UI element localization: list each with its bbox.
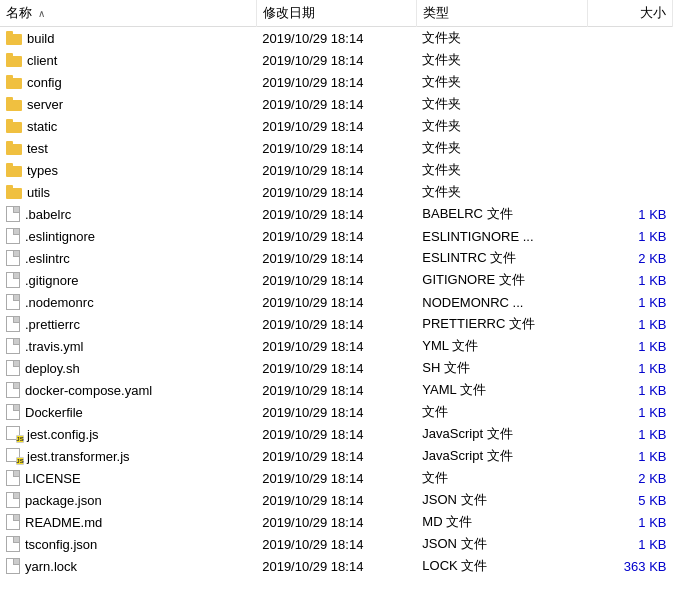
file-icon — [6, 250, 20, 266]
col-header-size[interactable]: 大小 — [587, 0, 672, 27]
file-name-cell: .travis.yml — [0, 335, 256, 357]
table-row[interactable]: build2019/10/29 18:14文件夹 — [0, 27, 673, 50]
file-type-cell: GITIGNORE 文件 — [416, 269, 587, 291]
col-header-name[interactable]: 名称 ∧ — [0, 0, 256, 27]
table-row[interactable]: utils2019/10/29 18:14文件夹 — [0, 181, 673, 203]
file-type-cell: BABELRC 文件 — [416, 203, 587, 225]
file-name-cell: .eslintrc — [0, 247, 256, 269]
file-date-cell: 2019/10/29 18:14 — [256, 203, 416, 225]
file-size-cell — [587, 93, 672, 115]
table-row[interactable]: .prettierrc2019/10/29 18:14PRETTIERRC 文件… — [0, 313, 673, 335]
file-size-cell — [587, 159, 672, 181]
file-name-cell: LICENSE — [0, 467, 256, 489]
table-row[interactable]: config2019/10/29 18:14文件夹 — [0, 71, 673, 93]
file-name-text: tsconfig.json — [25, 537, 97, 552]
file-icon — [6, 514, 20, 530]
file-type-cell: NODEMONRC ... — [416, 291, 587, 313]
file-name-cell: config — [0, 71, 256, 93]
file-date-cell: 2019/10/29 18:14 — [256, 159, 416, 181]
file-date-cell: 2019/10/29 18:14 — [256, 225, 416, 247]
file-size-cell — [587, 49, 672, 71]
file-size-cell: 1 KB — [587, 335, 672, 357]
file-type-cell: PRETTIERRC 文件 — [416, 313, 587, 335]
file-name-text: Dockerfile — [25, 405, 83, 420]
file-date-cell: 2019/10/29 18:14 — [256, 489, 416, 511]
table-row[interactable]: static2019/10/29 18:14文件夹 — [0, 115, 673, 137]
table-row[interactable]: README.md2019/10/29 18:14MD 文件1 KB — [0, 511, 673, 533]
table-row[interactable]: LICENSE2019/10/29 18:14文件2 KB — [0, 467, 673, 489]
table-row[interactable]: .babelrc2019/10/29 18:14BABELRC 文件1 KB — [0, 203, 673, 225]
file-size-cell: 1 KB — [587, 291, 672, 313]
file-size-cell — [587, 137, 672, 159]
table-row[interactable]: client2019/10/29 18:14文件夹 — [0, 49, 673, 71]
col-size-label: 大小 — [640, 5, 666, 20]
file-name-text: LICENSE — [25, 471, 81, 486]
file-date-cell: 2019/10/29 18:14 — [256, 181, 416, 203]
file-name-cell: JSjest.config.js — [0, 423, 256, 445]
file-size-cell: 1 KB — [587, 357, 672, 379]
file-name-text: .nodemonrc — [25, 295, 94, 310]
file-name-cell: yarn.lock — [0, 555, 256, 577]
table-row[interactable]: package.json2019/10/29 18:14JSON 文件5 KB — [0, 489, 673, 511]
file-type-cell: 文件夹 — [416, 27, 587, 50]
file-type-cell: ESLINTRC 文件 — [416, 247, 587, 269]
file-icon — [6, 360, 20, 376]
table-row[interactable]: docker-compose.yaml2019/10/29 18:14YAML … — [0, 379, 673, 401]
file-name-cell: deploy.sh — [0, 357, 256, 379]
table-row[interactable]: Dockerfile2019/10/29 18:14文件1 KB — [0, 401, 673, 423]
file-type-cell: 文件夹 — [416, 159, 587, 181]
file-name-cell: Dockerfile — [0, 401, 256, 423]
file-icon — [6, 404, 20, 420]
file-name-text: build — [27, 31, 54, 46]
file-size-cell — [587, 115, 672, 137]
table-row[interactable]: .eslintrc2019/10/29 18:14ESLINTRC 文件2 KB — [0, 247, 673, 269]
table-row[interactable]: .travis.yml2019/10/29 18:14YML 文件1 KB — [0, 335, 673, 357]
file-explorer[interactable]: 名称 ∧ 修改日期 类型 大小 build2019/10/29 18:14文件夹… — [0, 0, 673, 593]
file-date-cell: 2019/10/29 18:14 — [256, 379, 416, 401]
file-name-cell: .prettierrc — [0, 313, 256, 335]
table-row[interactable]: tsconfig.json2019/10/29 18:14JSON 文件1 KB — [0, 533, 673, 555]
table-row[interactable]: types2019/10/29 18:14文件夹 — [0, 159, 673, 181]
table-row[interactable]: .gitignore2019/10/29 18:14GITIGNORE 文件1 … — [0, 269, 673, 291]
file-name-cell: docker-compose.yaml — [0, 379, 256, 401]
table-row[interactable]: yarn.lock2019/10/29 18:14LOCK 文件363 KB — [0, 555, 673, 577]
file-date-cell: 2019/10/29 18:14 — [256, 247, 416, 269]
file-date-cell: 2019/10/29 18:14 — [256, 555, 416, 577]
table-row[interactable]: deploy.sh2019/10/29 18:14SH 文件1 KB — [0, 357, 673, 379]
file-name-text: types — [27, 163, 58, 178]
file-icon — [6, 316, 20, 332]
file-icon — [6, 558, 20, 574]
file-name-text: .prettierrc — [25, 317, 80, 332]
file-size-cell: 363 KB — [587, 555, 672, 577]
folder-icon — [6, 75, 22, 89]
file-name-cell: JSjest.transformer.js — [0, 445, 256, 467]
file-type-cell: 文件夹 — [416, 115, 587, 137]
file-name-text: package.json — [25, 493, 102, 508]
file-date-cell: 2019/10/29 18:14 — [256, 445, 416, 467]
table-row[interactable]: server2019/10/29 18:14文件夹 — [0, 93, 673, 115]
file-date-cell: 2019/10/29 18:14 — [256, 401, 416, 423]
file-name-cell: README.md — [0, 511, 256, 533]
table-row[interactable]: .nodemonrc2019/10/29 18:14NODEMONRC ...1… — [0, 291, 673, 313]
table-row[interactable]: JSjest.transformer.js2019/10/29 18:14Jav… — [0, 445, 673, 467]
file-date-cell: 2019/10/29 18:14 — [256, 533, 416, 555]
col-header-type[interactable]: 类型 — [416, 0, 587, 27]
file-name-cell: .babelrc — [0, 203, 256, 225]
file-size-cell: 1 KB — [587, 269, 672, 291]
file-name-text: .eslintignore — [25, 229, 95, 244]
file-date-cell: 2019/10/29 18:14 — [256, 269, 416, 291]
folder-icon — [6, 163, 22, 177]
folder-icon — [6, 185, 22, 199]
table-row[interactable]: .eslintignore2019/10/29 18:14ESLINTIGNOR… — [0, 225, 673, 247]
col-type-label: 类型 — [423, 5, 449, 20]
file-date-cell: 2019/10/29 18:14 — [256, 71, 416, 93]
file-table: 名称 ∧ 修改日期 类型 大小 build2019/10/29 18:14文件夹… — [0, 0, 673, 577]
file-type-cell: 文件夹 — [416, 93, 587, 115]
file-name-text: server — [27, 97, 63, 112]
file-date-cell: 2019/10/29 18:14 — [256, 49, 416, 71]
col-header-date[interactable]: 修改日期 — [256, 0, 416, 27]
file-size-cell: 1 KB — [587, 533, 672, 555]
file-type-cell: JSON 文件 — [416, 533, 587, 555]
table-row[interactable]: test2019/10/29 18:14文件夹 — [0, 137, 673, 159]
table-row[interactable]: JSjest.config.js2019/10/29 18:14JavaScri… — [0, 423, 673, 445]
